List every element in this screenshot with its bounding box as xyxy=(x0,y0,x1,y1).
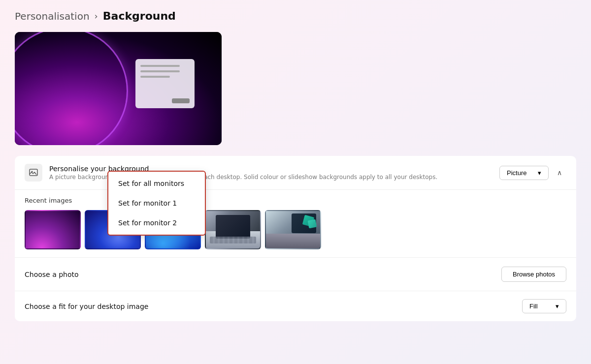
background-icon-container xyxy=(25,164,42,182)
chevron-up-icon: ∧ xyxy=(557,169,562,177)
preview-arc-decoration xyxy=(15,32,128,145)
browse-photos-button[interactable]: Browse photos xyxy=(501,267,566,282)
preview-window-button xyxy=(172,98,190,103)
preview-line-1 xyxy=(140,65,180,67)
fit-chevron-down-icon: ▾ xyxy=(556,303,559,310)
preview-line-3 xyxy=(140,76,170,78)
preview-line-2 xyxy=(140,70,180,72)
personalise-controls: Picture ▾ ∧ xyxy=(499,166,566,180)
choose-fit-label: Choose a fit for your desktop image xyxy=(25,303,522,310)
context-menu: Set for all monitors Set for monitor 1 S… xyxy=(107,171,206,236)
settings-card: Personalise your background A picture ba… xyxy=(15,156,576,321)
thumbnail-4[interactable] xyxy=(205,210,261,249)
context-menu-item-monitor-2[interactable]: Set for monitor 2 xyxy=(108,213,205,233)
collapse-button[interactable]: ∧ xyxy=(553,166,566,180)
desktop-preview xyxy=(15,32,222,145)
thumbnail-5[interactable] xyxy=(265,210,321,249)
fit-dropdown-selected: Fill xyxy=(529,303,538,310)
preview-window-mockup xyxy=(135,59,195,108)
background-type-dropdown[interactable]: Picture ▾ xyxy=(499,166,549,180)
breadcrumb: Personalisation › Background xyxy=(15,10,576,22)
choose-photo-row: Choose a photo Browse photos xyxy=(15,258,576,291)
choose-fit-row: Choose a fit for your desktop image Fill… xyxy=(15,291,576,321)
recent-images-section: Recent images xyxy=(15,190,576,258)
personalise-row: Personalise your background A picture ba… xyxy=(15,156,576,190)
chevron-down-icon: ▾ xyxy=(538,169,541,177)
dropdown-selected: Picture xyxy=(507,169,526,177)
fit-type-dropdown[interactable]: Fill ▾ xyxy=(522,299,566,313)
context-menu-item-all-monitors[interactable]: Set for all monitors xyxy=(108,174,205,193)
recent-images-label: Recent images xyxy=(25,197,566,204)
breadcrumb-separator: › xyxy=(95,11,98,21)
choose-photo-label: Choose a photo xyxy=(25,271,501,278)
image-icon xyxy=(29,168,38,178)
breadcrumb-parent[interactable]: Personalisation xyxy=(15,10,90,22)
recent-images-grid xyxy=(25,210,566,249)
breadcrumb-current: Background xyxy=(103,10,176,22)
thumbnail-1[interactable] xyxy=(25,210,81,249)
context-menu-item-monitor-1[interactable]: Set for monitor 1 xyxy=(108,193,205,213)
